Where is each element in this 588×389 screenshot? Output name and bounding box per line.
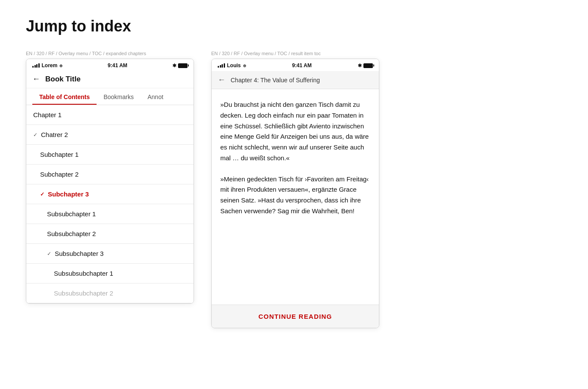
left-phone-frame: Lorem ⌾ 9:41 AM ✱ ← Book Title: [26, 59, 194, 304]
toc-subsubchapter-3[interactable]: ✓ Subsubchapter 3: [26, 244, 194, 264]
toc-subsubsubchapter-2-label: Subsubsubchapter 2: [54, 289, 113, 297]
toc-subsubchapter-2-label: Subsubchapter 2: [47, 230, 96, 237]
toc-subsubchapter-2[interactable]: Subsubchapter 2: [26, 224, 194, 244]
reading-content: »Du brauchst ja nicht den ganzen Tisch d…: [212, 89, 379, 305]
right-nav-bar: ← Chapter 4: The Value of Suffering: [212, 71, 379, 89]
left-screen-container: EN / 320 / RF / Overlay menu / TOC / exp…: [26, 51, 194, 304]
left-signal-icon: [32, 63, 40, 68]
toc-chapter-1-label: Chapter 1: [33, 111, 62, 118]
toc-subsubchapter-1-label: Subsubchapter 1: [47, 210, 96, 218]
left-nav-bar: ← Book Title: [26, 71, 194, 88]
right-status-right: ✱: [358, 63, 373, 68]
right-carrier: Louis: [227, 62, 241, 68]
screens-row: EN / 320 / RF / Overlay menu / TOC / exp…: [26, 51, 562, 328]
left-breadcrumb: EN / 320 / RF / Overlay menu / TOC / exp…: [26, 51, 146, 56]
right-status-bar: Louis ⌾ 9:41 AM ✱: [212, 59, 379, 71]
continue-reading-button[interactable]: CONTINUE READING: [259, 313, 332, 320]
chevron-subchapter-3: ✓: [40, 191, 44, 197]
left-nav-title: Book Title: [45, 75, 81, 84]
chevron-subsubchapter-3: ✓: [47, 251, 51, 257]
toc-subsubsubchapter-2[interactable]: Subsubsubchapter 2: [26, 283, 194, 303]
toc-subchapter-3[interactable]: ✓ Subchapter 3: [26, 184, 194, 204]
left-status-right: ✱: [172, 63, 188, 68]
toc-subchapter-2-label: Subchapter 2: [40, 171, 78, 178]
right-nav-title: Chapter 4: The Value of Suffering: [231, 77, 320, 84]
left-carrier: Lorem: [42, 62, 58, 68]
toc-subchapter-1[interactable]: Subchapter 1: [26, 145, 194, 165]
left-bluetooth-icon: ✱: [172, 63, 176, 68]
left-status-bar: Lorem ⌾ 9:41 AM ✱: [26, 59, 194, 71]
tab-bookmarks[interactable]: Bookmarks: [97, 88, 141, 105]
page-title: Jump to index: [26, 17, 562, 35]
right-phone-frame: Louis ⌾ 9:41 AM ✱ ← Chapter 4: The Value…: [211, 59, 379, 328]
toc-chapter-1[interactable]: Chapter 1: [26, 105, 194, 125]
reading-paragraph-1: »Du brauchst ja nicht den ganzen Tisch d…: [220, 100, 370, 164]
chevron-chapter-2: ✓: [33, 132, 38, 138]
right-time: 9:41 AM: [292, 62, 312, 68]
tab-table-of-contents[interactable]: Table of Contents: [32, 88, 97, 105]
right-battery-icon: [363, 63, 373, 68]
left-status-left: Lorem ⌾: [32, 62, 63, 68]
right-status-left: Louis ⌾: [218, 62, 246, 68]
left-tabs-bar: Table of Contents Bookmarks Annot: [26, 88, 194, 105]
toc-subchapter-1-label: Subchapter 1: [40, 151, 78, 158]
right-bluetooth-icon: ✱: [358, 63, 362, 68]
right-breadcrumb: EN / 320 / RF / Overlay menu / TOC / res…: [211, 51, 321, 56]
toc-subchapter-2[interactable]: Subchapter 2: [26, 165, 194, 184]
right-wifi-icon: ⌾: [243, 63, 246, 68]
right-screen-container: EN / 320 / RF / Overlay menu / TOC / res…: [211, 51, 379, 328]
toc-subsubsubchapter-1-label: Subsubsubchapter 1: [54, 270, 113, 277]
left-wifi-icon: ⌾: [59, 63, 63, 68]
left-back-button[interactable]: ←: [32, 75, 40, 84]
right-back-button[interactable]: ←: [218, 75, 225, 84]
toc-subsubchapter-3-label: Subsubchapter 3: [55, 250, 103, 257]
toc-subchapter-3-label: Subchapter 3: [48, 190, 89, 198]
left-time: 9:41 AM: [108, 62, 128, 68]
toc-chapter-2[interactable]: ✓ Chatrer 2: [26, 125, 194, 145]
toc-subsubchapter-1[interactable]: Subsubchapter 1: [26, 204, 194, 224]
right-signal-icon: [218, 63, 225, 68]
reading-paragraph-2: »Meinen gedeckten Tisch für ›Favoriten a…: [220, 174, 370, 217]
toc-list: Chapter 1 ✓ Chatrer 2 Subchapter 1 Subch…: [26, 105, 194, 303]
tab-annotations[interactable]: Annot: [141, 88, 170, 105]
reading-footer: CONTINUE READING: [212, 305, 379, 328]
left-battery-icon: [178, 63, 188, 68]
toc-subsubsubchapter-1[interactable]: Subsubsubchapter 1: [26, 264, 194, 283]
toc-chapter-2-label: Chatrer 2: [41, 131, 68, 138]
